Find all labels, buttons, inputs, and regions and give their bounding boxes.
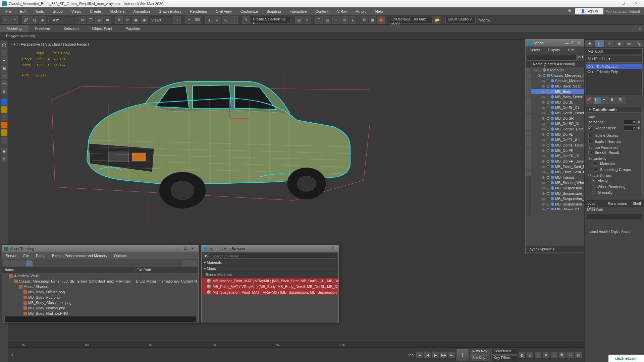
scene-close-button[interactable]: ✕ [576, 40, 582, 46]
asset-row[interactable]: MB_Body_Glossiness.png [2, 300, 198, 305]
next-frame-button[interactable]: ▶▶ [440, 352, 447, 358]
goto-end-button[interactable]: ⏭ [448, 352, 455, 358]
freeze-icon[interactable] [546, 170, 550, 174]
tl-tool-5-icon[interactable]: ⊹ [551, 352, 557, 358]
freeze-icon[interactable] [546, 202, 550, 206]
at-tool-b-icon[interactable] [190, 260, 197, 266]
la-tab-shelf[interactable]: Shelf [630, 200, 644, 206]
render-frame-button[interactable]: ▣ [369, 16, 376, 24]
asset-list[interactable]: Autodesk VaultClassic_Mercedes_Benz_350_… [2, 273, 198, 315]
isoline-checkbox[interactable] [588, 134, 592, 137]
asset-row[interactable]: MB_Body_Diffuse.png [2, 289, 198, 295]
path-input[interactable]: C:\Users\St…ds Max 2020 [389, 17, 433, 23]
visibility-icon[interactable] [541, 79, 545, 83]
bind-button[interactable]: ◈ [39, 16, 46, 24]
create-geo-icon[interactable]: ◯ [1, 42, 7, 48]
asset-path-input[interactable] [587, 213, 642, 219]
scene-item[interactable]: MB_SteeringWheel [531, 180, 584, 185]
move-button[interactable]: ✥ [115, 16, 123, 24]
remove-modifier-button[interactable]: 🗑 [610, 97, 618, 104]
mirror-button[interactable]: ▥ [295, 16, 303, 24]
at-tool-thumb-icon[interactable] [26, 260, 33, 266]
scene-item[interactable]: MB_Suspension_Deteil0 [531, 201, 584, 207]
tl-tool-4-icon[interactable]: ✥ [543, 352, 549, 358]
visibility-icon[interactable] [541, 90, 545, 94]
scene-item[interactable]: MB_Suspension [531, 185, 584, 191]
menu-tools[interactable]: Tools [31, 8, 48, 14]
freeze-icon[interactable] [546, 208, 550, 210]
freeze-icon[interactable] [538, 68, 542, 72]
ref-coord-system[interactable]: View ▾ [149, 17, 172, 23]
scene-min-button[interactable]: — [564, 40, 570, 46]
freeze-icon[interactable] [542, 74, 546, 77]
named-selection-set[interactable]: Create Selection Se ▾ [251, 17, 291, 23]
setkey-button[interactable]: Set Key [470, 355, 490, 361]
freeze-icon[interactable] [546, 192, 550, 195]
scene-item[interactable]: MB_Front_Seat_L [531, 164, 584, 169]
at-close-button[interactable]: ✕ [189, 246, 196, 251]
pin-stack-button[interactable]: 📌 [586, 97, 593, 104]
link-button[interactable]: 🔗 [22, 16, 30, 24]
at-max-button[interactable]: ☐ [182, 246, 189, 251]
select-name-button[interactable]: ☰ [87, 16, 94, 24]
mod-eye-icon[interactable] [587, 65, 591, 68]
curve-editor-button[interactable]: 〰 [332, 16, 339, 24]
menu-arnold[interactable]: Arnold [352, 8, 371, 14]
visibility-icon[interactable] [541, 160, 545, 163]
freeze-icon[interactable] [546, 186, 550, 190]
at-tool-a-icon[interactable] [183, 260, 190, 266]
scene-item[interactable]: MB_Suspension_Deteil0 [531, 196, 584, 201]
render-iters-checkbox[interactable] [588, 126, 592, 130]
update-render-radio[interactable] [592, 185, 595, 188]
at-tool-refresh-icon[interactable] [4, 260, 10, 266]
autokey-button[interactable]: Auto Key [470, 349, 490, 355]
maximize-button[interactable]: ☐ [617, 1, 629, 7]
scene-item[interactable]: MB_DorFL_01 [531, 137, 584, 142]
at-col-path[interactable]: Full Path [135, 267, 198, 273]
scene-item[interactable]: Classic_Mercedes_Benz [531, 78, 584, 83]
scene-search-input[interactable] [527, 55, 577, 61]
visibility-icon[interactable] [541, 197, 545, 201]
asset-row[interactable]: MB_Body_Rad_ior.PNG [2, 311, 198, 315]
scene-filter-2-icon[interactable] [526, 74, 531, 79]
tl-tool-7-icon[interactable]: ▭ [567, 352, 574, 358]
goto-start-button[interactable]: ⏮ [416, 352, 423, 358]
scene-item[interactable]: MB_DorBL_Deteil [531, 110, 584, 116]
modifier-stack[interactable]: ▸TurboSmooth▸Editable Poly [586, 64, 643, 96]
placement-button[interactable]: ◉ [141, 16, 148, 24]
menu-edit[interactable]: Edit [16, 8, 31, 14]
utilities-tab-icon[interactable]: 🔧 [634, 40, 643, 47]
scene-item[interactable]: MB_DorFL [531, 132, 584, 137]
update-always-radio[interactable] [592, 179, 595, 182]
scene-item[interactable]: MB_DorBR [531, 116, 584, 121]
render-button[interactable]: 🫖 [377, 16, 385, 24]
visibility-icon[interactable] [541, 186, 545, 190]
align-button[interactable]: ≡ [304, 16, 311, 24]
ribbon-toggle-icon[interactable]: ⊡ [635, 25, 644, 32]
tl-tool-8-icon[interactable]: ⊡ [575, 352, 582, 358]
visibility-icon[interactable] [541, 117, 545, 120]
scene-item[interactable]: MB_Back_Seat [531, 83, 584, 89]
la-tab-load-assets[interactable]: Load Assets [585, 200, 605, 206]
freeze-icon[interactable] [546, 79, 550, 83]
menu-v-ray[interactable]: V-Ray [333, 8, 351, 14]
scene-filter-13-icon[interactable] [526, 136, 531, 142]
systems-icon[interactable]: ⊞ [1, 88, 7, 95]
close-button[interactable]: ✕ [630, 1, 642, 7]
scene-filter-4-icon[interactable] [526, 85, 531, 90]
freeze-icon[interactable] [546, 117, 550, 120]
scene-item[interactable]: MB_DorBR_Deteil [531, 126, 584, 132]
frame-start[interactable]: 0 [11, 353, 21, 357]
mb-search-input[interactable] [210, 253, 337, 259]
mb-section[interactable]: - Scene Materials [202, 272, 338, 278]
tl-tool-2-icon[interactable]: ⊞ [527, 352, 533, 358]
asset-row[interactable]: Classic_Mercedes_Benz_350_SE_Green_Simpl… [2, 279, 198, 284]
menu-modifiers[interactable]: Modifiers [106, 8, 129, 14]
at-menu-server[interactable]: Server [2, 252, 20, 259]
scene-search-opts-icon[interactable]: ▾ [582, 55, 584, 61]
visibility-icon[interactable] [541, 133, 545, 136]
scene-filter-3-icon[interactable] [526, 79, 531, 85]
scene-explorer-header[interactable]: Scene… — ☐ ✕ [526, 39, 584, 47]
visibility-icon[interactable] [541, 149, 545, 153]
explicit-normals-checkbox[interactable] [588, 140, 592, 143]
